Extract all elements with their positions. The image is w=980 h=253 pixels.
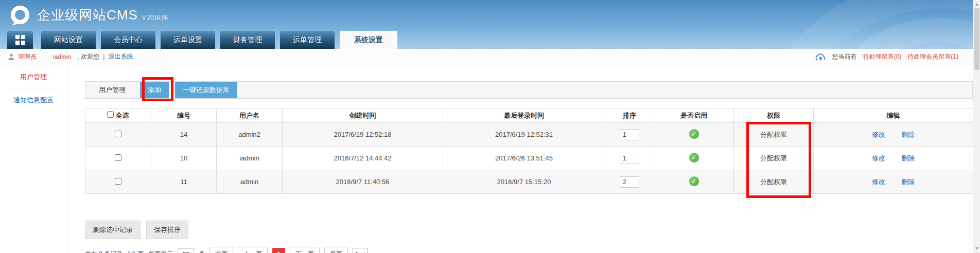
add-button[interactable]: 添加 <box>140 82 169 98</box>
col-id: 编号 <box>151 109 217 123</box>
app-logo-icon <box>8 4 32 28</box>
sidebar-item-user-management[interactable]: 用户管理 <box>0 65 67 88</box>
cell-created: 2016/9/7 11:40:56 <box>283 170 443 194</box>
nav-tab-site-settings[interactable]: 网站设置 <box>41 31 96 49</box>
col-username: 用户名 <box>217 109 283 123</box>
welcome-text: ，欢迎您 <box>75 52 99 61</box>
home-grid-button[interactable] <box>7 31 33 49</box>
cell-username: admin2 <box>217 123 283 147</box>
assign-permission-link[interactable]: 分配权限 <box>760 131 787 138</box>
cell-last-login: 2017/6/19 12:52:31 <box>443 123 605 147</box>
per-page-unit: 条 <box>199 250 205 253</box>
user-icon <box>8 53 14 61</box>
sort-input[interactable] <box>620 153 639 164</box>
sidebar: 用户管理 通知信息配置 <box>0 65 67 253</box>
col-edit: 编辑 <box>814 109 973 123</box>
sort-input[interactable] <box>620 176 639 188</box>
assign-permission-link[interactable]: 分配权限 <box>760 178 787 186</box>
enabled-check-icon <box>689 176 699 186</box>
app-version: V 2016.06 <box>142 14 168 21</box>
col-last-login: 最后登录时间 <box>443 109 605 123</box>
username: iadmin <box>53 53 71 61</box>
select-all-checkbox[interactable] <box>107 111 114 118</box>
cell-created: 2017/6/19 12:52:18 <box>283 123 443 147</box>
user-role: 管理员 <box>18 52 37 61</box>
table-row: 10 iadmin 2016/7/12 14:44:42 2017/6/26 1… <box>85 147 973 170</box>
user-table: 全选 编号 用户名 创建时间 最后登录时间 排序 是否启用 权限 编辑 14 a… <box>85 108 973 194</box>
col-permission: 权限 <box>734 109 814 123</box>
per-page-label: 每页展示 <box>148 250 173 253</box>
content-toolbar: 用户管理 添加 一键还原数据库 <box>85 81 973 99</box>
nav-tab-finance[interactable]: 财务管理 <box>220 31 275 49</box>
assign-permission-link[interactable]: 分配权限 <box>760 154 787 162</box>
brand: 企业级网站CMS V 2016.06 <box>37 6 168 24</box>
edit-link[interactable]: 修改 <box>872 154 885 162</box>
cell-id: 10 <box>151 147 217 170</box>
col-created: 创建时间 <box>283 109 443 123</box>
delete-link[interactable]: 删除 <box>901 154 915 162</box>
logout-link[interactable]: 退出系统 <box>108 52 133 61</box>
cms-admin-page: 企业级网站CMS V 2016.06 网站设置 会员中心 运单设置 财务管理 运… <box>0 0 980 253</box>
sidebar-item-notification-config[interactable]: 通知信息配置 <box>0 88 67 111</box>
edit-link[interactable]: 修改 <box>872 178 885 186</box>
cell-last-login: 2017/6/26 13:51:45 <box>443 147 605 170</box>
delete-link[interactable]: 删除 <box>901 131 915 138</box>
scrollbar-down-arrow-icon[interactable] <box>975 247 978 250</box>
pending-prefix: 您当前有 <box>832 52 857 61</box>
cell-last-login: 2016/9/7 15:15:20 <box>443 170 605 194</box>
pending-messages-link[interactable]: 待处理留言(0) <box>863 52 902 61</box>
separator: | <box>103 53 104 61</box>
table-row: 11 admin 2016/9/7 11:40:56 2016/9/7 15:1… <box>85 170 973 194</box>
table-row: 14 admin2 2017/6/19 12:52:18 2017/6/19 1… <box>85 123 973 147</box>
app-header: 企业级网站CMS V 2016.06 网站设置 会员中心 运单设置 财务管理 运… <box>0 0 973 49</box>
col-enabled: 是否启用 <box>654 109 734 123</box>
restore-database-button[interactable]: 一键还原数据库 <box>175 82 237 98</box>
first-page-button[interactable]: 首页 <box>209 247 233 253</box>
cell-username: admin <box>217 170 283 194</box>
col-select-all: 全选 <box>85 109 151 123</box>
scrollbar-thumb[interactable] <box>974 8 979 70</box>
nav-tab-member-center[interactable]: 会员中心 <box>101 31 155 49</box>
enabled-check-icon <box>689 153 699 162</box>
user-bar: 管理员 iadmin ，欢迎您 | 退出系统 您当前有 待处理留言(0) 待处理… <box>0 49 973 65</box>
pending-member-messages-link[interactable]: 待处理会员留言(1) <box>907 52 958 61</box>
grid-icon <box>15 35 25 45</box>
prev-page-button[interactable]: 上一页 <box>238 247 268 253</box>
cell-id: 14 <box>151 123 217 147</box>
delete-link[interactable]: 删除 <box>901 178 915 186</box>
app-title: 企业级网站CMS <box>37 6 138 24</box>
delete-selected-button[interactable]: 删除选中记录 <box>85 221 141 239</box>
pagination: 共有 3 条记录 1/1 页 每页展示 条 首页 上一页 1 下一页 尾页 1 <box>85 247 973 253</box>
page-jump-select[interactable]: 1 <box>353 248 367 253</box>
row-checkbox[interactable] <box>115 154 121 161</box>
cell-id: 11 <box>151 170 217 194</box>
main-content: 用户管理 添加 一键还原数据库 全选 编号 用户名 创建时间 最后登录时间 <box>85 65 973 253</box>
scrollbar-up-arrow-icon[interactable] <box>975 3 978 6</box>
cell-created: 2016/7/12 14:44:42 <box>283 147 443 170</box>
cell-username: iadmin <box>217 147 283 170</box>
row-checkbox[interactable] <box>115 131 121 137</box>
bulk-actions: 删除选中记录 保存排序 <box>85 221 973 239</box>
table-header-row: 全选 编号 用户名 创建时间 最后登录时间 排序 是否启用 权限 编辑 <box>85 109 973 123</box>
save-sort-button[interactable]: 保存排序 <box>146 221 188 239</box>
current-page-badge: 1 <box>272 248 285 253</box>
edit-link[interactable]: 修改 <box>872 131 885 138</box>
row-checkbox[interactable] <box>115 178 121 185</box>
per-page-input[interactable] <box>178 248 194 253</box>
toolbar-tab-user-management[interactable]: 用户管理 <box>91 85 134 95</box>
cloud-upload-icon <box>815 53 826 61</box>
nav-tab-system-settings[interactable]: 系统设置 <box>340 31 397 49</box>
nav-tab-waybill-settings[interactable]: 运单设置 <box>161 31 215 49</box>
last-page-button[interactable]: 尾页 <box>324 247 348 253</box>
col-sort: 排序 <box>605 109 654 123</box>
enabled-check-icon <box>689 129 699 139</box>
sort-input[interactable] <box>620 129 639 140</box>
nav-tab-waybill-mgmt[interactable]: 运单管理 <box>280 31 335 49</box>
next-page-button[interactable]: 下一页 <box>290 247 320 253</box>
record-count-text: 共有 3 条记录 <box>85 250 122 253</box>
page-info-text: 1/1 页 <box>127 250 144 253</box>
scrollbar-track[interactable] <box>973 0 980 253</box>
